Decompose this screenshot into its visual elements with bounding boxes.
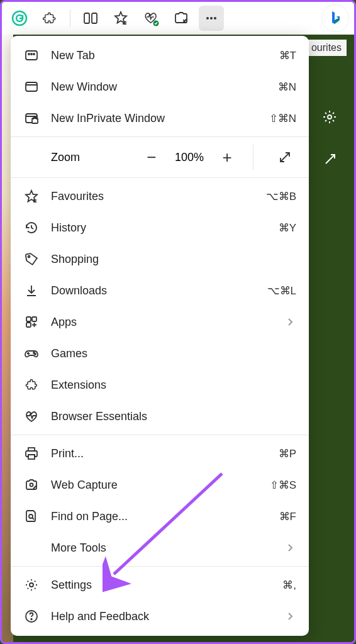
search-page-icon bbox=[23, 508, 40, 525]
split-screen-icon[interactable] bbox=[78, 6, 103, 31]
more-menu-button[interactable] bbox=[199, 6, 224, 31]
menu-item-print[interactable]: Print... ⌘P bbox=[11, 438, 309, 469]
menu-separator bbox=[11, 435, 309, 435]
menu-item-browser-essentials[interactable]: Browser Essentials bbox=[11, 401, 309, 432]
svg-point-30 bbox=[29, 514, 33, 518]
menu-label: Web Capture bbox=[51, 479, 259, 492]
new-tab-icon bbox=[23, 47, 40, 64]
menu-label: Settings bbox=[51, 579, 271, 592]
menu-label: Find on Page... bbox=[51, 510, 268, 523]
menu-item-new-tab[interactable]: New Tab ⌘T bbox=[11, 40, 309, 71]
tag-icon bbox=[23, 251, 40, 267]
menu-label: Shopping bbox=[51, 253, 296, 266]
menu-item-find[interactable]: Find on Page... ⌘F bbox=[11, 501, 309, 532]
settings-gear-icon[interactable] bbox=[321, 109, 338, 125]
apps-icon bbox=[23, 314, 40, 330]
menu-label: Favourites bbox=[51, 190, 255, 203]
menu-label: Extensions bbox=[51, 379, 296, 392]
favourites-star-icon[interactable] bbox=[108, 6, 133, 31]
menu-shortcut: ⌥⌘L bbox=[267, 284, 296, 297]
menu-label: Games bbox=[51, 347, 296, 360]
svg-rect-10 bbox=[26, 51, 37, 60]
svg-rect-22 bbox=[26, 317, 31, 321]
heart-pulse-icon bbox=[23, 408, 40, 425]
camera-icon bbox=[23, 477, 40, 493]
menu-label: Browser Essentials bbox=[51, 410, 296, 423]
toolbar-separator bbox=[70, 9, 70, 27]
history-icon bbox=[23, 219, 40, 236]
menu-separator bbox=[11, 566, 309, 567]
svg-rect-24 bbox=[26, 323, 31, 327]
svg-rect-14 bbox=[26, 82, 37, 91]
menu-item-apps[interactable]: Apps bbox=[11, 306, 309, 338]
help-icon bbox=[23, 608, 40, 625]
svg-point-29 bbox=[30, 484, 33, 487]
extension-icon[interactable] bbox=[37, 6, 62, 31]
chevron-right-icon bbox=[285, 611, 296, 622]
zoom-value: 100% bbox=[175, 151, 204, 164]
svg-rect-28 bbox=[28, 455, 35, 459]
menu-label: Help and Feedback bbox=[51, 610, 274, 623]
svg-point-9 bbox=[328, 115, 331, 119]
zoom-out-button[interactable]: − bbox=[142, 148, 161, 167]
menu-shortcut: ⇧⌘S bbox=[270, 479, 296, 492]
menu-item-new-inprivate[interactable]: New InPrivate Window ⇧⌘N bbox=[11, 103, 309, 134]
menu-item-downloads[interactable]: Downloads ⌥⌘L bbox=[11, 275, 309, 306]
settings-dropdown-menu: New Tab ⌘T New Window ⌘N New InPrivate W… bbox=[11, 36, 309, 636]
menu-label: Apps bbox=[51, 316, 274, 329]
menu-item-favourites[interactable]: Favourites ⌥⌘B bbox=[11, 180, 309, 212]
menu-label: New InPrivate Window bbox=[51, 112, 258, 125]
menu-separator bbox=[11, 136, 309, 137]
svg-point-8 bbox=[214, 17, 216, 19]
zoom-label: Zoom bbox=[51, 151, 142, 164]
print-icon bbox=[23, 445, 40, 462]
menu-label: New Tab bbox=[51, 49, 268, 62]
menu-item-help[interactable]: Help and Feedback bbox=[11, 601, 309, 632]
games-icon bbox=[23, 345, 40, 362]
menu-item-extensions[interactable]: Extensions bbox=[11, 369, 309, 401]
svg-point-33 bbox=[31, 619, 32, 620]
screenshot-icon[interactable] bbox=[169, 6, 194, 31]
menu-shortcut: ⌘Y bbox=[279, 221, 296, 235]
menu-shortcut: ⌥⌘B bbox=[266, 190, 296, 203]
svg-rect-23 bbox=[32, 317, 36, 321]
svg-point-11 bbox=[28, 53, 30, 55]
zoom-in-button[interactable]: + bbox=[218, 148, 236, 167]
menu-item-web-capture[interactable]: Web Capture ⇧⌘S bbox=[11, 469, 309, 501]
svg-point-12 bbox=[31, 53, 32, 55]
menu-shortcut: ⌘F bbox=[279, 510, 296, 523]
menu-separator bbox=[11, 177, 309, 178]
new-window-icon bbox=[23, 79, 40, 95]
menu-shortcut: ⌘T bbox=[279, 49, 296, 62]
favourites-bar-label: ourites bbox=[306, 40, 347, 56]
menu-label: New Window bbox=[51, 80, 267, 94]
chevron-right-icon bbox=[285, 542, 296, 553]
menu-shortcut: ⇧⌘N bbox=[269, 112, 296, 125]
expand-arrow-icon[interactable] bbox=[323, 152, 338, 167]
svg-point-26 bbox=[35, 353, 36, 355]
svg-rect-2 bbox=[92, 13, 97, 23]
heart-pulse-icon[interactable] bbox=[138, 6, 164, 31]
star-icon bbox=[23, 188, 40, 204]
inprivate-icon bbox=[23, 110, 40, 126]
extensions-icon bbox=[23, 377, 40, 393]
menu-label: History bbox=[51, 221, 267, 235]
bing-logo-icon[interactable] bbox=[321, 4, 349, 32]
menu-item-more-tools[interactable]: More Tools bbox=[11, 532, 309, 564]
menu-item-games[interactable]: Games bbox=[11, 338, 309, 369]
menu-label: Print... bbox=[51, 447, 267, 460]
grammarly-icon[interactable] bbox=[7, 6, 32, 31]
svg-rect-1 bbox=[84, 13, 89, 23]
svg-point-6 bbox=[206, 17, 209, 19]
zoom-controls-row: Zoom − 100% + bbox=[11, 140, 309, 175]
menu-shortcut: ⌘, bbox=[282, 579, 296, 592]
menu-item-shopping[interactable]: Shopping bbox=[11, 243, 309, 275]
svg-point-21 bbox=[28, 256, 30, 258]
zoom-separator bbox=[253, 145, 253, 170]
menu-label: More Tools bbox=[51, 541, 274, 555]
fullscreen-button[interactable] bbox=[270, 150, 300, 164]
menu-item-new-window[interactable]: New Window ⌘N bbox=[11, 71, 309, 103]
menu-item-settings[interactable]: Settings ⌘, bbox=[11, 569, 309, 601]
menu-shortcut: ⌘N bbox=[278, 80, 296, 94]
menu-item-history[interactable]: History ⌘Y bbox=[11, 212, 309, 243]
